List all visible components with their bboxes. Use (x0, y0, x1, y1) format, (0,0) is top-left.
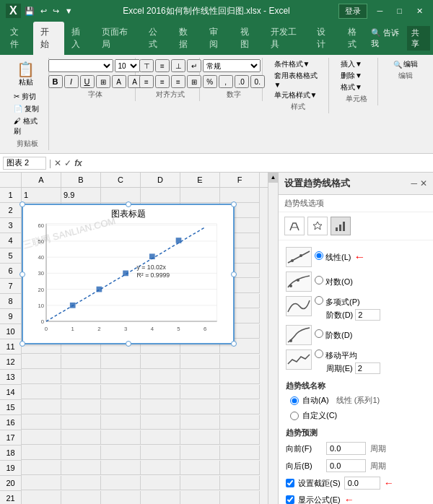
chart-handle-tl[interactable] (19, 201, 25, 207)
name-box[interactable]: 图表 2 (3, 157, 46, 170)
col-header-e[interactable]: E (180, 173, 220, 187)
format-painter-btn[interactable]: 🖌 格式刷 (12, 116, 43, 137)
intercept-value-input[interactable] (344, 477, 380, 490)
function-btn[interactable]: fx (74, 158, 82, 168)
align-right-btn[interactable]: ≡ (171, 75, 185, 88)
poly-order-input[interactable] (355, 309, 380, 321)
tab-design[interactable]: 设计 (310, 22, 340, 55)
maximize-btn[interactable]: □ (393, 5, 406, 17)
number-format-select[interactable]: 常规 (203, 59, 261, 72)
vertical-scrollbar[interactable]: ▲ ▼ (268, 173, 278, 504)
log-radio[interactable] (315, 276, 323, 284)
tab-home[interactable]: 开始 (33, 22, 64, 55)
share-btn[interactable]: 共享 (407, 26, 430, 51)
chart-handle-tr[interactable] (231, 201, 237, 207)
chart-handle-tm[interactable] (126, 201, 131, 207)
chart-handle-bl[interactable] (19, 341, 25, 347)
custom-name-radio[interactable] (290, 412, 299, 420)
poly-radio[interactable] (315, 296, 323, 305)
increase-decimal-btn[interactable]: .0 (235, 75, 249, 88)
moving-radio-label[interactable]: 移动平均 (315, 349, 380, 361)
tab-insert[interactable]: 插入 (64, 22, 95, 55)
power-radio-label[interactable]: 阶数(D) (315, 329, 352, 341)
panel-close-btn[interactable]: ✕ (420, 178, 427, 188)
wrap-text-btn[interactable]: ↵ (187, 59, 201, 72)
chart-handle-mr[interactable] (231, 271, 237, 277)
custom-name-label[interactable]: 自定义(C) (290, 410, 337, 421)
col-header-c[interactable]: C (101, 173, 141, 187)
tab-data[interactable]: 数据 (172, 22, 202, 55)
delete-cells-btn[interactable]: 删除▼ (341, 71, 362, 81)
format-table-btn[interactable]: 套用表格格式▼ (274, 71, 323, 89)
close-btn[interactable]: ✕ (412, 5, 427, 17)
bold-btn[interactable]: B (48, 75, 63, 88)
more-quick-btn[interactable]: ▼ (63, 6, 75, 16)
copy-btn[interactable]: 📄 复制 (12, 103, 43, 115)
col-header-b[interactable]: B (61, 173, 101, 187)
chart-handle-br[interactable] (231, 341, 237, 347)
tab-developer[interactable]: 开发工具 (263, 22, 310, 55)
cut-btn[interactable]: ✂ 剪切 (12, 91, 43, 103)
cell-d1[interactable] (141, 188, 180, 203)
forecast-backward-input[interactable] (326, 459, 366, 472)
login-btn[interactable]: 登录 (338, 4, 367, 19)
tab-page-layout[interactable]: 页面布局 (95, 22, 141, 55)
tab-formula[interactable]: 公式 (141, 22, 172, 55)
power-radio[interactable] (315, 329, 323, 338)
cell-styles-btn[interactable]: 单元格样式▼ (274, 90, 318, 100)
cell-e1[interactable] (180, 188, 220, 203)
panel-icon-effects[interactable] (307, 217, 328, 235)
fill-color-btn[interactable]: A (112, 75, 126, 88)
cancel-formula-btn[interactable]: ✕ (54, 158, 61, 168)
tab-format[interactable]: 格式 (341, 22, 371, 55)
underline-btn[interactable]: U (80, 75, 95, 88)
moving-period-input[interactable] (355, 362, 380, 374)
cell-c1[interactable] (101, 188, 141, 203)
align-top-btn[interactable]: ⊤ (139, 59, 154, 72)
col-header-d[interactable]: D (141, 173, 180, 187)
cell-f1[interactable] (220, 188, 260, 203)
align-left-btn[interactable]: ≡ (139, 75, 154, 88)
minimize-btn[interactable]: ─ (373, 5, 388, 17)
font-size-select[interactable]: 10 (115, 59, 140, 72)
forecast-forward-input[interactable] (326, 442, 366, 455)
align-bottom-btn[interactable]: ⊥ (171, 59, 185, 72)
linear-radio-label[interactable]: 线性(L) (315, 251, 351, 263)
panel-icon-options[interactable] (331, 217, 351, 235)
merge-btn[interactable]: ⊞ (187, 75, 201, 88)
align-center-btn[interactable]: ≡ (155, 75, 170, 88)
moving-radio[interactable] (315, 349, 323, 358)
log-radio-label[interactable]: 对数(O) (315, 276, 353, 287)
undo-quick-btn[interactable]: ↩ (38, 6, 49, 17)
cell-b1[interactable]: 9.9 (61, 188, 101, 203)
save-quick-btn[interactable]: 💾 (22, 6, 37, 17)
col-header-f[interactable]: F (220, 173, 260, 187)
col-header-a[interactable]: A (22, 173, 61, 187)
tab-file[interactable]: 文件 (3, 22, 33, 55)
chart-handle-bm[interactable] (126, 341, 131, 347)
show-equation-checkbox[interactable] (286, 495, 294, 504)
confirm-formula-btn[interactable]: ✓ (64, 158, 71, 168)
search-btn[interactable]: 🔍编辑 (393, 59, 418, 69)
intercept-checkbox[interactable] (286, 479, 294, 487)
italic-btn[interactable]: I (64, 75, 79, 88)
panel-icon-paint[interactable] (284, 217, 305, 235)
decrease-decimal-btn[interactable]: 0. (250, 75, 265, 88)
format-cells-btn[interactable]: 格式▼ (341, 82, 362, 92)
conditional-format-btn[interactable]: 条件格式▼ (274, 59, 310, 69)
paste-btn[interactable]: 📋 粘贴 (12, 59, 40, 90)
tell-me-btn[interactable]: 🔍 告诉我 (371, 27, 404, 49)
linear-radio[interactable] (315, 251, 323, 260)
cell-a1[interactable]: 1 (22, 188, 61, 203)
font-family-select[interactable] (48, 59, 113, 72)
poly-radio-label[interactable]: 多项式(P) (315, 296, 380, 308)
align-middle-btn[interactable]: ≡ (155, 59, 170, 72)
comma-btn[interactable]: , (219, 75, 233, 88)
chart-handle-ml[interactable] (19, 271, 25, 277)
redo-quick-btn[interactable]: ↪ (51, 6, 61, 17)
auto-name-label[interactable]: 自动(A) (290, 395, 329, 406)
border-btn[interactable]: ⊞ (96, 75, 110, 88)
chart-container[interactable]: 图表标题 (22, 204, 235, 344)
percent-btn[interactable]: % (203, 75, 217, 88)
tab-view[interactable]: 视图 (233, 22, 263, 55)
